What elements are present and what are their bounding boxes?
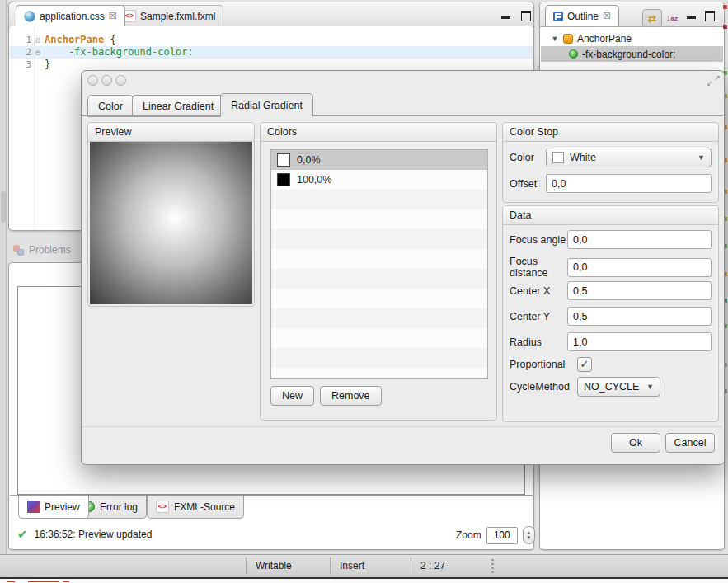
statusbar-drag-handle[interactable] [491, 559, 494, 574]
maximize-icon[interactable] [705, 11, 715, 19]
empty-row [271, 289, 487, 308]
zoom-control: Zoom ▲▼ [456, 526, 535, 544]
offset-field-row: Offset [510, 174, 712, 193]
color-field-row: Color White ▼ [510, 148, 712, 167]
color-dropdown[interactable]: White ▼ [546, 148, 712, 167]
sort-az-icon: ↓az [666, 13, 678, 22]
dropdown-arrow-icon: ▼ [697, 153, 705, 162]
tree-node-label: -fx-background-color: [582, 49, 675, 60]
center-y-input[interactable] [567, 307, 712, 326]
tab-outline[interactable]: Outline ☒ [545, 5, 619, 26]
insert-mode-status: Insert [340, 560, 364, 571]
new-button[interactable]: New [270, 386, 314, 406]
tab-linear-gradient[interactable]: Linear Gradient [132, 95, 224, 117]
empty-row [271, 190, 487, 209]
tab-color[interactable]: Color [87, 95, 134, 117]
color-stop-row[interactable]: 100,0% [271, 170, 487, 190]
remove-button[interactable]: Remove [320, 386, 382, 406]
tab-application-css[interactable]: application.css ☒ [16, 5, 125, 26]
tab-label: Color [98, 101, 123, 112]
cyclemethod-label: CycleMethod [510, 381, 577, 393]
cancel-button[interactable]: Cancel [665, 433, 715, 453]
focus-distance-input[interactable] [567, 258, 712, 277]
empty-row [271, 269, 487, 289]
code-line-3: 3 } [10, 59, 533, 71]
tab-sample-fxml[interactable]: <> Sample.fxml.fxml [115, 5, 223, 26]
cyclemethod-value: NO_CYCLE [584, 381, 639, 393]
tab-problems[interactable]: Problems [13, 244, 71, 256]
color-label: Color [510, 152, 546, 163]
white-swatch [552, 152, 564, 163]
css-property-node-icon [569, 49, 578, 59]
cyclemethod-dropdown[interactable]: NO_CYCLE ▼ [577, 377, 660, 397]
link-with-editor-button[interactable]: ⇄ [642, 9, 662, 27]
dialog-button-separator [82, 426, 722, 427]
ok-button[interactable]: Ok [611, 433, 660, 453]
tab-label: Linear Gradient [143, 101, 214, 112]
group-title: Color Stop [510, 126, 558, 138]
focus-angle-label: Focus angle [510, 234, 567, 246]
css-brace: { [104, 34, 115, 45]
data-group-header: Data [503, 206, 718, 225]
line-number: 2 [10, 46, 31, 59]
preview-group: Preview [87, 122, 255, 307]
zoom-stepper[interactable]: ▲▼ [523, 526, 535, 544]
tab-radial-gradient[interactable]: Radial Gradient [220, 93, 313, 117]
gutter-divider [34, 26, 35, 229]
preview-status-text: 16:36:52: Preview updated [35, 529, 153, 540]
focus-angle-row: Focus angle [510, 230, 712, 249]
window-close-button[interactable] [87, 75, 98, 86]
close-tab-icon[interactable]: ☒ [603, 12, 611, 21]
offset-input[interactable] [546, 174, 712, 193]
color-stop-group: Color Stop Color White ▼ Offset [502, 122, 719, 203]
preview-tab-icon [27, 501, 40, 513]
center-x-row: Center X [510, 281, 712, 300]
color-value: White [570, 152, 596, 163]
bottom-edge [0, 577, 728, 583]
color-stop-row[interactable]: 0,0% [271, 150, 487, 170]
center-x-input[interactable] [567, 281, 712, 300]
tab-fxml-source[interactable]: <> FXML-Source [147, 496, 244, 519]
tab-label: Preview [45, 501, 80, 513]
tab-preview[interactable]: Preview [18, 496, 89, 519]
css-brace: } [45, 59, 50, 71]
empty-row [271, 308, 487, 328]
trim-drag-handle[interactable] [1, 191, 6, 223]
sort-button[interactable]: ↓az [663, 9, 681, 26]
color-stop-group-header: Color Stop [503, 123, 718, 142]
empty-row [271, 328, 487, 348]
group-title: Colors [267, 126, 297, 138]
tree-node-label: AnchorPane [577, 33, 632, 45]
chevron-down-icon[interactable]: ▼ [551, 35, 559, 43]
tab-label: Outline [567, 11, 599, 22]
maximize-icon[interactable] [521, 11, 531, 19]
background-artifact [63, 581, 69, 582]
colors-group: Colors 0,0% 100,0% New Remove [260, 122, 497, 421]
minimize-icon[interactable] [687, 11, 697, 19]
tree-node-anchorpane[interactable]: ▼ AnchorPane [541, 31, 723, 46]
cyclemethod-row: CycleMethod NO_CYCLE ▼ [510, 377, 712, 397]
tree-node-background-color[interactable]: -fx-background-color: [541, 46, 723, 62]
fxml-file-icon: <> [156, 501, 169, 513]
center-y-label: Center Y [510, 311, 567, 322]
dialog-tab-divider [81, 115, 723, 116]
focus-angle-input[interactable] [567, 230, 712, 249]
center-y-row: Center Y [510, 307, 712, 326]
stepper-down-icon: ▼ [526, 535, 531, 540]
close-tab-icon[interactable]: ☒ [109, 12, 117, 21]
status-bar: Writable Insert 2 : 27 [0, 554, 728, 577]
color-stops-list[interactable]: 0,0% 100,0% [270, 149, 488, 379]
radius-input[interactable] [567, 332, 712, 351]
radial-gradient-preview [90, 142, 252, 304]
line-number: 1 [10, 34, 31, 46]
radius-label: Radius [510, 336, 567, 348]
zoom-input[interactable] [486, 527, 518, 544]
window-minimize-button[interactable] [101, 75, 112, 86]
minimize-icon[interactable] [501, 11, 511, 19]
statusbar-divider [411, 557, 411, 575]
window-zoom-button[interactable] [115, 75, 126, 86]
tab-label: Problems [29, 244, 71, 256]
focus-distance-label: Focus distance [510, 256, 567, 279]
dialog-resize-icon[interactable]: ↗↙ [707, 74, 721, 87]
proportional-checkbox[interactable]: ✓ [577, 357, 592, 372]
